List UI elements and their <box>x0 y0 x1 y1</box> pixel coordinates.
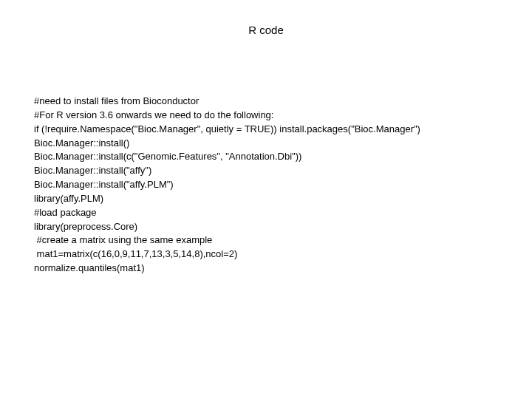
code-line: Bioc.Manager::install("affy") <box>34 164 420 178</box>
code-line: normalize.quantiles(mat1) <box>34 262 420 276</box>
code-line: library(preprocess.Core) <box>34 220 420 234</box>
code-line: #need to install files from Bioconductor <box>34 95 420 109</box>
code-line: mat1=matrix(c(16,0,9,11,7,13,3,5,14,8),n… <box>34 248 420 262</box>
code-line: #load package <box>34 206 420 220</box>
code-line: Bioc.Manager::install() <box>34 137 420 151</box>
code-line: library(affy.PLM) <box>34 192 420 206</box>
code-line: if (!require.Namespace("Bioc.Manager", q… <box>34 123 420 137</box>
code-line: #For R version 3.6 onwards we need to do… <box>34 109 420 123</box>
code-line: #create a matrix using the same example <box>34 233 420 248</box>
code-line: Bioc.Manager::install("affy.PLM") <box>34 178 420 192</box>
code-block: #need to install files from Bioconductor… <box>34 95 420 276</box>
code-line: Bioc.Manager::install(c("Genomic.Feature… <box>34 150 420 164</box>
page-title: R code <box>0 24 532 36</box>
